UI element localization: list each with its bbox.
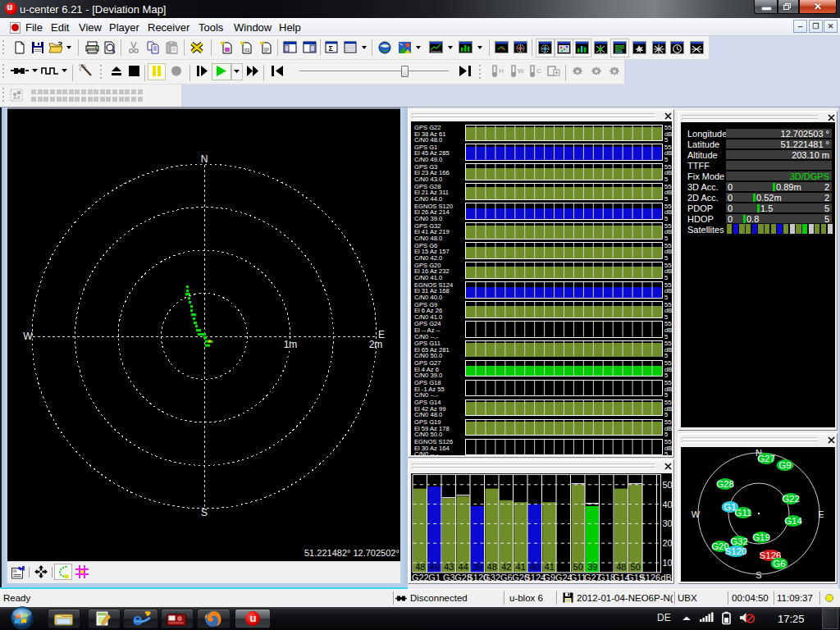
svg-text:42: 42 <box>501 562 511 572</box>
svg-text:G27: G27 <box>757 454 775 463</box>
svg-text:G6: G6 <box>500 573 512 581</box>
svg-text:G22: G22 <box>782 494 800 504</box>
svg-text:G14: G14 <box>784 516 802 526</box>
svg-text:41: 41 <box>515 562 525 572</box>
svg-text:2m: 2m <box>369 339 383 350</box>
svg-text:44: 44 <box>458 562 468 572</box>
svg-text:G3: G3 <box>442 573 454 581</box>
svg-text:e: e <box>133 610 143 628</box>
svg-text:C: C <box>536 67 541 75</box>
svg-text:G11: G11 <box>735 508 752 518</box>
svg-text:G32: G32 <box>483 573 500 581</box>
svg-text:W: W <box>692 509 701 519</box>
svg-text:W: W <box>518 67 524 75</box>
svg-text:48: 48 <box>486 562 496 572</box>
svg-text:50: 50 <box>573 562 582 572</box>
svg-text:G22: G22 <box>411 573 428 581</box>
svg-text:39: 39 <box>472 562 482 572</box>
svg-text:S126: S126 <box>639 573 660 581</box>
svg-text:S: S <box>201 507 208 518</box>
svg-text:43: 43 <box>444 562 454 572</box>
svg-text:G9: G9 <box>543 573 555 581</box>
svg-text:20: 20 <box>662 538 672 548</box>
svg-text:dB: dB <box>660 573 671 581</box>
svg-text:G28: G28 <box>716 479 734 489</box>
svg-text:41: 41 <box>544 562 554 572</box>
svg-text:49: 49 <box>429 562 439 572</box>
svg-text:E: E <box>818 509 824 519</box>
svg-text:01: 01 <box>244 48 250 52</box>
svg-text:S124: S124 <box>524 573 546 581</box>
svg-text:10: 10 <box>662 558 672 568</box>
svg-text:50: 50 <box>662 480 672 490</box>
svg-text:G19: G19 <box>752 532 770 542</box>
svg-text:40: 40 <box>662 500 672 509</box>
svg-text:30: 30 <box>662 518 672 528</box>
svg-text:H: H <box>499 67 504 75</box>
svg-text:50: 50 <box>630 562 640 572</box>
svg-text:48: 48 <box>616 562 626 572</box>
svg-text:G1: G1 <box>428 573 441 581</box>
svg-text:39: 39 <box>587 562 597 572</box>
svg-text:G6: G6 <box>773 559 785 568</box>
svg-text:G9: G9 <box>778 460 791 470</box>
svg-text:40: 40 <box>530 562 540 572</box>
svg-text:G32: G32 <box>730 536 748 546</box>
svg-text:Σ: Σ <box>329 44 334 52</box>
svg-text:S120: S120 <box>725 546 747 556</box>
svg-text:W: W <box>23 331 33 342</box>
svg-text:S: S <box>756 570 761 580</box>
svg-text:48: 48 <box>415 562 425 572</box>
svg-text:N: N <box>201 153 208 165</box>
svg-text:1m: 1m <box>284 339 298 350</box>
